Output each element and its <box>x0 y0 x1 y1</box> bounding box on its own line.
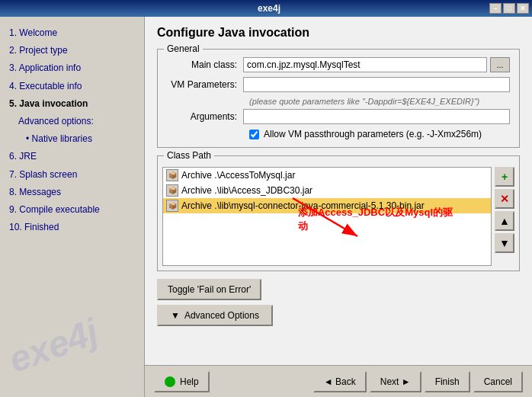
help-label: Help <box>180 376 199 387</box>
classpath-list: 📦 Archive .\AccessToMysql.jar 📦 Archive … <box>162 167 492 266</box>
general-group: General Main class: ... VM Parameters: (… <box>157 49 520 148</box>
cp-item-2[interactable]: 📦 Archive .\lib\mysql-connector-java-com… <box>163 198 491 213</box>
next-button[interactable]: Next ► <box>370 371 421 392</box>
remove-classpath-button[interactable]: ✕ <box>495 189 514 209</box>
sidebar-item-exe-info[interactable]: 4. Executable info <box>6 78 138 95</box>
arguments-row: Arguments: <box>167 109 510 124</box>
main-class-row: Main class: ... <box>167 57 510 72</box>
sidebar-item-java-invocation[interactable]: 5. Java invocation <box>6 95 138 113</box>
classpath-group-label: Class Path <box>164 150 214 161</box>
footer-nav: ◄ Back Next ► Finish Cancel <box>313 371 523 392</box>
close-button[interactable]: ✕ <box>517 3 529 14</box>
sidebar-item-jre[interactable]: 6. JRE <box>6 148 138 165</box>
advanced-chevron-icon: ▼ <box>171 310 180 321</box>
sidebar-item-app-info[interactable]: 3. Application info <box>6 59 138 77</box>
vm-params-row: VM Parameters: <box>167 77 510 92</box>
footer: Help ◄ Back Next ► Finish Cancel <box>145 365 532 397</box>
vm-params-input[interactable] <box>243 77 510 92</box>
sidebar-item-native-libraries[interactable]: • Native libraries <box>6 130 138 148</box>
sidebar-watermark: exe4j <box>3 310 104 381</box>
arguments-input[interactable] <box>243 109 510 124</box>
move-down-button[interactable]: ▼ <box>495 233 514 253</box>
jar-icon-1: 📦 <box>166 184 178 197</box>
advanced-options-label: Advanced Options <box>184 310 259 321</box>
title-controls[interactable]: – □ ✕ <box>489 3 529 14</box>
sidebar: 1. Welcome 2. Project type 3. Applicatio… <box>0 17 145 397</box>
toggle-fail-button[interactable]: Toggle 'Fail on Error' <box>157 279 261 300</box>
advanced-options-button[interactable]: ▼ Advanced Options <box>157 305 273 326</box>
main-class-input[interactable] <box>243 57 487 72</box>
sidebar-item-finished[interactable]: 10. Finished <box>6 219 138 236</box>
vm-params-hint: (please quote parameters like "-Dappdir=… <box>249 97 510 106</box>
finish-button[interactable]: Finish <box>425 371 470 392</box>
cp-item-0[interactable]: 📦 Archive .\AccessToMysql.jar <box>163 168 491 183</box>
passthrough-checkbox[interactable] <box>249 130 259 139</box>
help-icon <box>165 376 175 387</box>
classpath-side-buttons: + ✕ ▲ ▼ <box>495 167 514 266</box>
sidebar-item-welcome[interactable]: 1. Welcome <box>6 24 138 42</box>
help-button[interactable]: Help <box>154 371 210 392</box>
cp-item-1[interactable]: 📦 Archive .\lib\Access_JDBC30.jar <box>163 183 491 198</box>
title-bar: exe4j – □ ✕ <box>0 0 532 17</box>
jar-icon-0: 📦 <box>166 169 178 181</box>
maximize-button[interactable]: □ <box>503 3 515 14</box>
minimize-button[interactable]: – <box>489 3 502 14</box>
content-area: Configure Java invocation General Main c… <box>145 17 532 365</box>
jar-icon-2: 📦 <box>166 200 178 212</box>
back-button[interactable]: ◄ Back <box>313 371 367 392</box>
sidebar-item-compile[interactable]: 9. Compile executable <box>6 201 138 219</box>
vm-params-label: VM Parameters: <box>167 79 243 90</box>
sidebar-item-messages[interactable]: 8. Messages <box>6 184 138 201</box>
main-class-label: Main class: <box>167 59 243 70</box>
passthrough-row: Allow VM passthrough parameters (e.g. -J… <box>249 129 510 139</box>
sidebar-item-advanced-options[interactable]: Advanced options: <box>6 113 138 130</box>
passthrough-label: Allow VM passthrough parameters (e.g. -J… <box>264 129 482 139</box>
general-group-label: General <box>164 43 203 54</box>
main-container: 1. Welcome 2. Project type 3. Applicatio… <box>0 17 532 397</box>
window-title: exe4j <box>49 3 489 14</box>
page-title: Configure Java invocation <box>157 26 520 40</box>
classpath-group: Class Path 📦 Archive .\AccessToMysql.jar… <box>157 155 520 271</box>
add-classpath-button[interactable]: + <box>495 167 514 187</box>
classpath-content: 📦 Archive .\AccessToMysql.jar 📦 Archive … <box>158 156 519 271</box>
browse-button[interactable]: ... <box>490 57 510 72</box>
move-up-button[interactable]: ▲ <box>495 211 514 231</box>
cancel-button[interactable]: Cancel <box>473 371 523 392</box>
sidebar-item-project-type[interactable]: 2. Project type <box>6 42 138 59</box>
cp-item-label-2: Archive .\lib\mysql-connector-java-comme… <box>181 200 425 211</box>
arguments-label: Arguments: <box>167 111 243 122</box>
sidebar-item-splash[interactable]: 7. Splash screen <box>6 166 138 184</box>
cp-item-label-1: Archive .\lib\Access_JDBC30.jar <box>181 185 312 196</box>
cp-item-label-0: Archive .\AccessToMysql.jar <box>181 170 295 181</box>
